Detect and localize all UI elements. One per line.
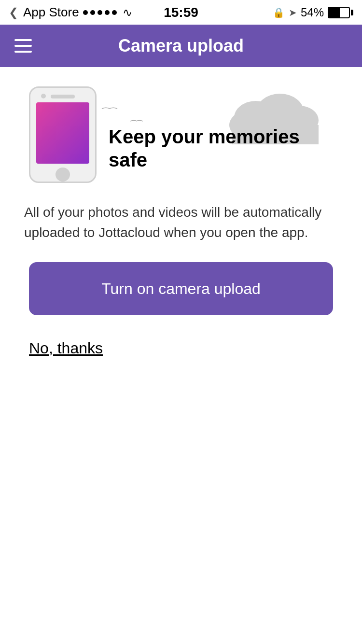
app-header: Camera upload	[0, 25, 362, 67]
signal-dot-2	[90, 10, 95, 15]
illustration-area: Keep your memories safe	[19, 67, 343, 193]
bird-2-icon	[130, 118, 143, 124]
wifi-icon: ∿	[123, 6, 132, 19]
bird-1-icon	[101, 105, 118, 112]
phone-speaker	[51, 95, 75, 98]
status-right: 🔒 ➤ 54%	[273, 6, 353, 19]
phone-illustration	[29, 86, 97, 183]
hamburger-line-1	[14, 39, 32, 41]
page-title: Camera upload	[118, 36, 244, 56]
button-section: Turn on camera upload No, thanks	[19, 262, 343, 357]
no-thanks-button[interactable]: No, thanks	[29, 339, 103, 357]
signal-dot-3	[97, 10, 102, 15]
turn-on-camera-upload-button[interactable]: Turn on camera upload	[29, 262, 333, 315]
signal-bars	[83, 10, 117, 15]
battery-body	[328, 7, 350, 18]
main-description: All of your photos and videos will be au…	[24, 202, 338, 243]
battery-percentage: 54%	[301, 6, 324, 19]
hamburger-line-2	[14, 45, 32, 47]
main-content: Keep your memories safe All of your phot…	[0, 67, 362, 386]
battery-icon	[328, 7, 353, 18]
description-section: All of your photos and videos will be au…	[19, 202, 343, 262]
hamburger-line-3	[14, 51, 32, 53]
back-arrow-icon: ❮	[9, 6, 18, 19]
battery-fill	[329, 8, 340, 17]
signal-dot-4	[105, 10, 110, 15]
location-icon: ➤	[289, 7, 297, 18]
lock-icon: 🔒	[273, 7, 285, 18]
phone-body	[29, 86, 97, 183]
phone-screen	[36, 102, 89, 164]
battery-nub	[351, 10, 353, 15]
phone-camera-dot	[41, 94, 46, 98]
signal-dot-1	[83, 10, 88, 15]
phone-home-button	[56, 168, 70, 182]
status-time: 15:59	[164, 5, 198, 20]
hamburger-menu-icon[interactable]	[14, 39, 32, 53]
app-store-label: App Store	[23, 5, 79, 20]
signal-dot-5	[112, 10, 117, 15]
status-bar: ❮ App Store ∿ 15:59 🔒 ➤ 54%	[0, 0, 362, 25]
inline-text: Keep your memories safe	[109, 125, 343, 181]
main-heading: Keep your memories safe	[109, 125, 343, 171]
status-left: ❮ App Store ∿	[9, 5, 132, 20]
